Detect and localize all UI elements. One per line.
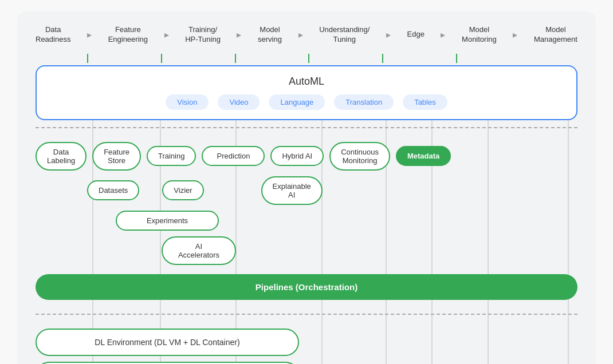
pill-prediction: Prediction	[202, 146, 265, 166]
arrow-7: ▸	[513, 29, 517, 40]
dashed-line-bottom	[36, 314, 577, 315]
step-feature-engineering: FeatureEngineering	[108, 25, 148, 45]
pills-row-4: AIAccelerators	[36, 236, 577, 265]
pill-training: Training	[147, 146, 196, 166]
pills-row-2: Datasets Vizier ExplainableAI	[36, 176, 577, 205]
chip-tables: Tables	[403, 94, 447, 110]
pill-workbench: Workbench	[36, 362, 299, 364]
tick-6	[456, 54, 457, 63]
tick-3	[235, 54, 236, 63]
pipeline-header: DataReadiness ▸ FeatureEngineering ▸ Tra…	[36, 25, 577, 45]
pill-hybrid-ai: Hybrid AI	[270, 146, 324, 166]
pill-data-labeling: DataLabeling	[36, 142, 87, 171]
arrow-5: ▸	[386, 29, 391, 40]
pill-explainable-ai: ExplainableAI	[261, 176, 323, 205]
step-edge: Edge	[407, 30, 425, 39]
step-model-monitoring: ModelMonitoring	[462, 25, 497, 45]
content-layer: AutoML Vision Video Language Translation…	[36, 65, 577, 364]
pill-experiments: Experiments	[116, 211, 219, 231]
chip-vision: Vision	[166, 94, 209, 110]
step-training: Training/HP-Tuning	[185, 25, 221, 45]
pill-dl-environment: DL Environment (DL VM + DL Container)	[36, 329, 299, 356]
tick-4	[308, 54, 309, 63]
automl-chips: Vision Video Language Translation Tables	[48, 94, 565, 110]
arrow-1: ▸	[87, 29, 92, 40]
diagram-container: DataReadiness ▸ FeatureEngineering ▸ Tra…	[17, 11, 596, 364]
step-model-serving: Modelserving	[258, 25, 282, 45]
pill-feature-store: FeatureStore	[92, 142, 141, 171]
arrow-6: ▸	[441, 29, 445, 40]
bottom-section: DL Environment (DL VM + DL Container) Wo…	[36, 322, 577, 364]
pipelines-bar: Pipelines (Orchestration)	[36, 274, 577, 300]
grid-wrapper: AutoML Vision Video Language Translation…	[36, 65, 577, 364]
chip-video: Video	[218, 94, 260, 110]
tick-1	[87, 54, 88, 63]
arrow-3: ▸	[237, 29, 241, 40]
step-model-management: ModelManagement	[534, 25, 577, 45]
section-middle: DataLabeling FeatureStore Training Predi…	[36, 135, 577, 307]
tick-2	[161, 54, 162, 63]
automl-section: AutoML Vision Video Language Translation…	[36, 65, 577, 120]
chip-translation: Translation	[334, 94, 394, 110]
arrow-4: ▸	[298, 29, 303, 40]
step-data-readiness: DataReadiness	[36, 25, 70, 45]
arrow-2: ▸	[164, 29, 169, 40]
chip-language: Language	[269, 94, 325, 110]
pill-ai-accelerators: AIAccelerators	[162, 236, 236, 265]
dashed-line-top	[36, 127, 577, 128]
automl-title: AutoML	[48, 76, 565, 88]
pills-row-3: Experiments	[36, 211, 577, 231]
pills-row-1: DataLabeling FeatureStore Training Predi…	[36, 142, 577, 171]
pill-metadata: Metadata	[396, 146, 451, 166]
step-understanding: Understanding/Tuning	[319, 25, 370, 45]
pill-datasets: Datasets	[87, 180, 139, 200]
tick-5	[382, 54, 383, 63]
tick-marks	[36, 54, 577, 63]
pill-continuous-monitoring: ContinuousMonitoring	[329, 142, 390, 171]
pill-vizier: Vizier	[162, 180, 203, 200]
